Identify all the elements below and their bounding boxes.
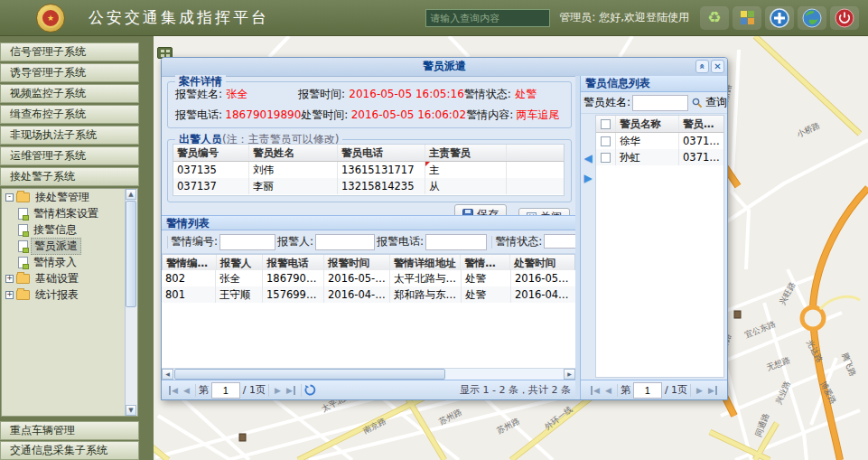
checkbox[interactable] [601,119,611,129]
police-badge-logo: ★ [36,4,65,33]
sidebar-item-traffic-info[interactable]: 交通信息采集子系统 [0,441,139,460]
building-marker[interactable] [734,311,741,318]
globe-icon [802,8,822,28]
dialog-titlebar[interactable]: 警员派遣 « ✕ [162,58,727,77]
table-row[interactable]: 037135 刘伟 13615131717 主 [173,162,564,178]
phone-input[interactable] [425,234,487,250]
field-label: 警情状态: [464,87,515,102]
folder-icon [16,192,30,202]
officers-filter-toolbar: 警员姓名: 查询 [581,92,727,114]
refresh-recycle-button[interactable]: ♻ [700,6,729,30]
field-value: 2016-05-05 16:06:02 [351,108,466,121]
column-header[interactable]: 报警时间 [324,255,390,270]
tree-node-dispatch-mgmt[interactable]: - 接处警管理 [2,189,137,205]
column-header[interactable]: 警员电话 [338,145,425,161]
table-row[interactable]: 孙虹 037138 [596,149,723,165]
field-label: 处警时间: [301,108,350,123]
column-header[interactable]: 警情状态 [461,255,510,270]
sidebar-item-dispatch-system[interactable]: 接处警子系统 [0,167,139,186]
table-row[interactable]: 802 张全 18679019890 2016-05-05 16:... 太平北… [162,270,575,286]
recycle-icon: ♻ [707,10,721,25]
alerts-filter-toolbar: 警情编号: 报警人: 报警电话: 警情状态: ▼ 查询 [162,230,575,254]
column-header[interactable]: 警情详细地址 [390,255,462,270]
collapse-minus-icon[interactable]: - [5,193,14,202]
primary-officer-cell[interactable]: 从 [425,178,507,194]
caller-input[interactable] [315,234,375,250]
column-header[interactable]: 报警电话 [263,255,324,270]
last-page-icon[interactable]: ▶ [708,386,717,395]
global-search-input[interactable] [425,9,550,27]
tree-node-basic-settings[interactable]: + 基础设置 [2,270,137,286]
table-row[interactable]: 801 王守顺 15769974813 2016-04-13 12:... 郑和… [162,286,575,303]
logout-power-button[interactable] [830,6,859,30]
alerts-section-header: 警情列表 [162,215,575,230]
checkbox[interactable] [601,136,611,146]
column-header[interactable]: 警员名称 [616,116,679,132]
sidebar-item-video[interactable]: 视频监控子系统 [0,84,139,103]
expand-plus-icon[interactable]: + [5,291,14,299]
apps-grid-button[interactable] [733,6,761,30]
page-number-input[interactable] [211,382,240,399]
scroll-right-icon[interactable]: ▶ [564,369,575,380]
table-row[interactable]: 徐华 037136 [596,133,723,149]
expand-plus-icon[interactable]: + [5,275,14,283]
tree-node-alert-entry[interactable]: 警情录入 [2,254,137,270]
add-button[interactable] [765,6,794,30]
column-header[interactable]: 警员编号 [679,116,723,132]
officers-search-button[interactable]: 查询 [692,95,727,110]
move-right-icon[interactable]: ▶ [583,173,592,183]
first-page-icon[interactable]: ◀ [591,386,600,395]
map-globe-button[interactable] [798,6,826,30]
alerts-pager: ◀ ◀ 第 / 1页 ▶ ▶ 显示 1 - 2 条，共计 2 条 [162,380,575,399]
refresh-icon[interactable] [304,384,316,396]
field-label: 报警电话: [175,108,225,123]
column-header-sorted[interactable]: 警情编号 [163,255,217,270]
primary-officer-cell[interactable]: 主 [425,162,507,178]
sidebar-item-key-vehicles[interactable]: 重点车辆管理 [0,421,139,440]
scroll-left-icon[interactable]: ◀ [162,369,173,380]
close-icon[interactable]: ✕ [711,60,724,73]
scroll-down-icon[interactable]: ▼ [126,405,136,416]
alert-no-input[interactable] [219,234,275,250]
officers-panel-body: ◀ ▶ 警员名称 警员编号 徐华 037136 [581,113,727,380]
scroll-up-icon[interactable]: ▲ [126,189,136,200]
scroll-thumb[interactable] [174,369,445,380]
field-label: 报警时间: [298,87,349,102]
prev-page-icon[interactable]: ◀ [183,386,190,395]
tree-node-officer-dispatch[interactable]: 警员派遣 [2,238,137,254]
tree-node-alert-info[interactable]: 接警信息 [2,221,137,238]
column-header[interactable]: 处警时间 [510,255,574,270]
plus-icon [770,8,789,28]
app-window: 风桥路 小桥路 兴旺路 宜公东路 宜公路 无想路 光达路 腾飞路 博爱路 兴业路… [0,0,868,460]
officer-name-input[interactable] [632,95,688,111]
checkbox[interactable] [601,153,611,163]
collapse-icon[interactable]: « [695,60,709,73]
first-page-icon[interactable]: ◀ [169,386,178,395]
officers-grid: 警员名称 警员编号 徐华 037136 孙虹 037138 [595,115,724,378]
field-value: 两车追尾 [516,108,571,123]
alerts-horizontal-scrollbar[interactable]: ◀ ▶ [162,368,575,380]
column-header[interactable]: 警员姓名 [249,145,338,161]
map-roundabout [802,307,824,329]
scroll-thumb[interactable] [126,201,136,307]
last-page-icon[interactable]: ▶ [286,386,295,395]
page-number-input[interactable] [633,382,662,399]
sidebar-item-offsite[interactable]: 非现场执法子系统 [0,126,139,145]
table-row[interactable]: 037137 李丽 13215814235 从 [173,178,564,194]
sidebar-item-operations[interactable]: 运维管理子系统 [0,146,139,165]
column-header[interactable]: 警员编号 [173,145,249,161]
building-marker[interactable] [239,434,246,441]
next-page-icon[interactable]: ▶ [275,386,281,395]
next-page-icon[interactable]: ▶ [696,386,703,395]
tree-scrollbar[interactable]: ▲ ▼ [125,189,137,416]
column-header[interactable]: 报警人 [217,255,264,270]
sidebar-item-guidance[interactable]: 诱导管理子系统 [0,63,139,82]
sidebar-item-signal[interactable]: 信号管理子系统 [0,42,139,61]
filter-label-phone: 报警电话: [377,234,424,249]
prev-page-icon[interactable]: ◀ [605,386,611,395]
tree-node-alert-archive[interactable]: 警情档案设置 [2,205,137,221]
column-header[interactable]: 主责警员 [425,145,507,161]
move-left-icon[interactable]: ◀ [583,153,592,164]
tree-node-statistics[interactable]: + 统计报表 [2,286,137,303]
sidebar-item-investigation[interactable]: 缉查布控子系统 [0,105,139,124]
